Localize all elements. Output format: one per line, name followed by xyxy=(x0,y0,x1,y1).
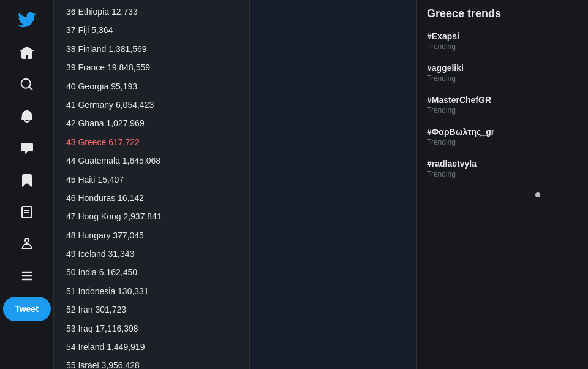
main-area: 36 Ethiopia 12,73337 Fiji 5,36438 Finlan… xyxy=(54,0,588,369)
country-item[interactable]: 55 Israel 3,956,428 xyxy=(54,356,249,369)
country-item[interactable]: 37 Fiji 5,364 xyxy=(54,21,249,39)
sidebar: Tweet xyxy=(0,0,54,369)
trend-meta: Trending xyxy=(427,42,578,51)
country-item[interactable]: 43 Greece 617,722 xyxy=(54,133,249,151)
trend-item[interactable]: #MasterChefGRTrending xyxy=(417,89,588,121)
trend-meta: Trending xyxy=(427,106,578,115)
country-item[interactable]: 47 Hong Kong 2,937,841 xyxy=(54,207,249,226)
sidebar-item-home[interactable] xyxy=(3,37,51,69)
tweet-button[interactable]: Tweet xyxy=(3,297,51,321)
trend-hashtag: #ΦαρΒωλτης_gr xyxy=(427,127,578,137)
country-item[interactable]: 42 Ghana 1,027,969 xyxy=(54,114,249,132)
trend-hashtag: #aggeliki xyxy=(427,63,578,73)
trend-item[interactable]: #ΕxapsiTrending xyxy=(417,25,588,57)
country-item[interactable]: 38 Finland 1,381,569 xyxy=(54,40,249,58)
country-list: 36 Ethiopia 12,73337 Fiji 5,36438 Finlan… xyxy=(54,0,249,369)
sidebar-item-messages[interactable] xyxy=(3,132,51,164)
country-item[interactable]: 36 Ethiopia 12,733 xyxy=(54,2,249,21)
trend-meta: Trending xyxy=(427,74,578,83)
country-item[interactable]: 39 France 19,848,559 xyxy=(54,58,249,77)
sidebar-item-profile[interactable] xyxy=(3,228,51,260)
trend-hashtag: #radlaetvyla xyxy=(427,159,578,169)
country-item[interactable]: 48 Hungary 377,045 xyxy=(54,226,249,245)
sidebar-item-bookmarks[interactable] xyxy=(3,164,51,196)
trends-title: Greece trends xyxy=(417,7,588,25)
country-item[interactable]: 52 Iran 301,723 xyxy=(54,300,249,319)
country-item[interactable]: 41 Germany 6,054,423 xyxy=(54,96,249,114)
country-item[interactable]: 45 Haiti 15,407 xyxy=(54,170,249,189)
country-dropdown[interactable]: 36 Ethiopia 12,73337 Fiji 5,36438 Finlan… xyxy=(54,0,250,369)
trend-hashtag: #MasterChefGR xyxy=(427,95,578,105)
bg-content xyxy=(250,0,417,369)
trend-item[interactable]: #ΦαρΒωλτης_grTrending xyxy=(417,121,588,153)
twitter-logo[interactable] xyxy=(12,5,42,34)
sidebar-item-more[interactable] xyxy=(3,260,51,292)
trend-item[interactable]: #aggelikiTrending xyxy=(417,57,588,89)
trend-meta: Trending xyxy=(427,138,578,146)
trend-meta: Trending xyxy=(427,170,578,178)
sidebar-item-explore[interactable] xyxy=(3,69,51,101)
trend-hashtag: #Εxapsi xyxy=(427,31,578,41)
country-item[interactable]: 53 Iraq 17,116,398 xyxy=(54,319,249,338)
country-item[interactable]: 44 Guatemala 1,645,068 xyxy=(54,151,249,170)
country-item[interactable]: 51 Indonesia 130,331 xyxy=(54,282,249,300)
sidebar-item-lists[interactable] xyxy=(3,196,51,228)
country-item[interactable]: 49 Iceland 31,343 xyxy=(54,245,249,263)
trends-panel: Greece trends #ΕxapsiTrending#aggelikiTr… xyxy=(417,0,588,369)
sidebar-item-notifications[interactable] xyxy=(3,101,51,132)
country-item[interactable]: 46 Honduras 16,142 xyxy=(54,189,249,207)
country-item[interactable]: 40 Georgia 95,193 xyxy=(54,77,249,96)
trend-item[interactable]: #radlaetvylaTrending xyxy=(417,153,588,184)
country-item[interactable]: 50 India 6,162,450 xyxy=(54,263,249,281)
country-item[interactable]: 54 Ireland 1,449,919 xyxy=(54,338,249,356)
